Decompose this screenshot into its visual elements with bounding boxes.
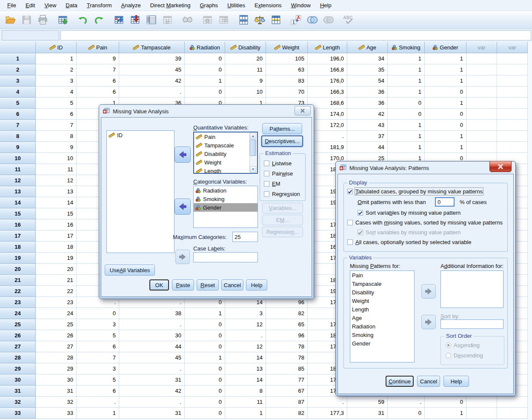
estimation-regression-checkbox[interactable]: Regression (264, 191, 300, 197)
list-item-length[interactable]: Length (194, 167, 257, 174)
cell[interactable]: 39 (119, 53, 185, 64)
cell[interactable]: 14 (225, 374, 266, 385)
menu-file[interactable]: File (3, 1, 21, 10)
cell[interactable] (497, 86, 528, 98)
cell[interactable]: 42 (347, 109, 388, 120)
paste-button[interactable]: Paste (172, 279, 194, 291)
row-header-7[interactable]: 7 (0, 120, 36, 131)
cell[interactable] (466, 86, 497, 98)
row-header-19[interactable]: 19 (0, 253, 36, 264)
row-header-17[interactable]: 17 (0, 230, 36, 242)
em-button[interactable]: EM... (262, 215, 303, 225)
row-header-5[interactable]: 5 (0, 98, 36, 109)
scrollbar[interactable]: ▲▼ (249, 133, 257, 173)
cell[interactable]: 42 (119, 75, 185, 86)
list-item-age[interactable]: Age (350, 314, 414, 322)
cell[interactable]: 30 (36, 374, 77, 385)
cell[interactable]: 17 (36, 230, 77, 242)
cell[interactable]: 33 (36, 408, 77, 419)
cell[interactable]: . (388, 397, 425, 408)
cell[interactable]: 59 (347, 397, 388, 408)
cell[interactable] (466, 142, 497, 153)
redo-icon[interactable] (91, 12, 107, 28)
column-header-radiation[interactable]: Radiation (185, 42, 225, 53)
goto-case-icon[interactable] (111, 12, 127, 28)
cases-with-missing-checkbox[interactable]: Cases with missing values, sorted by mis… (347, 219, 503, 226)
column-header-smoking[interactable]: Smoking (388, 42, 425, 53)
cell[interactable]: 0 (185, 408, 225, 419)
cell-editor[interactable] (60, 30, 531, 40)
cell[interactable]: 0 (185, 64, 225, 75)
column-header-disability[interactable]: Disability (225, 42, 266, 53)
cell[interactable]: 13 (225, 363, 266, 374)
cell[interactable] (466, 408, 497, 419)
cell[interactable]: 9 (225, 75, 266, 86)
cell[interactable]: 9 (77, 53, 119, 64)
use-variable-sets-icon[interactable] (304, 12, 320, 28)
cell[interactable]: 3 (77, 363, 119, 374)
cell[interactable]: 28 (36, 352, 77, 363)
cell[interactable]: 42 (119, 385, 185, 397)
cell[interactable]: 176,0 (308, 75, 347, 86)
cell[interactable]: . (119, 397, 185, 408)
cell[interactable]: 11 (225, 397, 266, 408)
cell[interactable]: 31 (36, 385, 77, 397)
cell[interactable]: 0 (388, 408, 425, 419)
cell[interactable]: 0 (425, 397, 466, 408)
move-sort-by-button[interactable] (421, 315, 436, 329)
move-additional-info-button[interactable] (421, 284, 436, 299)
cell[interactable]: 12 (36, 175, 77, 186)
row-header-20[interactable]: 20 (0, 264, 36, 275)
cell[interactable]: 1 (425, 64, 466, 75)
menu-help[interactable]: Help (315, 1, 336, 10)
cell[interactable]: 24 (36, 308, 77, 319)
list-item-disability[interactable]: Disability (194, 150, 257, 158)
close-icon[interactable] (295, 106, 311, 115)
cell[interactable]: 1 (185, 308, 225, 319)
cell[interactable]: 166,8 (308, 64, 347, 75)
cell[interactable]: 6 (77, 75, 119, 86)
move-categorical-button[interactable] (174, 198, 191, 215)
cell[interactable]: 12 (225, 319, 266, 330)
row-header-33[interactable]: 33 (0, 408, 36, 419)
row-header-21[interactable]: 21 (0, 275, 36, 286)
additional-information-list[interactable] (440, 270, 503, 308)
cell[interactable]: 14 (36, 197, 77, 208)
cell[interactable] (466, 64, 497, 75)
cancel-button[interactable]: Cancel (221, 279, 243, 291)
descriptives-button[interactable]: Descriptives... (261, 135, 303, 147)
ok-button[interactable]: OK (149, 279, 169, 291)
cell[interactable]: . (225, 330, 266, 341)
cell[interactable]: 3 (225, 308, 266, 319)
cell[interactable]: . (119, 319, 185, 330)
cell[interactable]: 10 (36, 153, 77, 164)
list-item-tampascale[interactable]: Tampascale (350, 279, 414, 288)
estimation-pairwise-checkbox[interactable]: Pairwise (264, 170, 293, 177)
list-item-radiation[interactable]: Radiation (350, 322, 414, 331)
cell[interactable]: 26 (36, 330, 77, 341)
print-icon[interactable] (34, 12, 51, 28)
cell[interactable] (497, 131, 528, 142)
ascending-radio[interactable]: Ascending (446, 342, 480, 348)
row-header-25[interactable]: 25 (0, 319, 36, 330)
row-header-18[interactable]: 18 (0, 242, 36, 253)
menu-data[interactable]: Data (61, 1, 82, 10)
move-case-labels-button[interactable] (175, 250, 190, 264)
row-header-31[interactable]: 31 (0, 385, 36, 397)
menu-extensions[interactable]: Extensions (250, 1, 286, 10)
cell[interactable]: 10 (225, 86, 266, 98)
cell[interactable]: 63 (266, 64, 308, 75)
column-header-length[interactable]: Length (308, 42, 347, 53)
cell[interactable] (497, 142, 528, 153)
cell[interactable]: 77 (266, 374, 308, 385)
cell[interactable]: 36 (347, 98, 388, 109)
cell[interactable]: 1 (36, 53, 77, 64)
cell[interactable]: 30 (119, 330, 185, 341)
list-item-id[interactable]: ID (107, 131, 174, 139)
estimation-em-checkbox[interactable]: EM (264, 181, 280, 187)
cell[interactable]: . (119, 86, 185, 98)
cell[interactable]: 43 (347, 120, 388, 131)
list-item-disability[interactable]: Disability (350, 288, 414, 296)
list-item-smoking[interactable]: Smoking (194, 195, 257, 203)
cell[interactable]: 0 (185, 86, 225, 98)
